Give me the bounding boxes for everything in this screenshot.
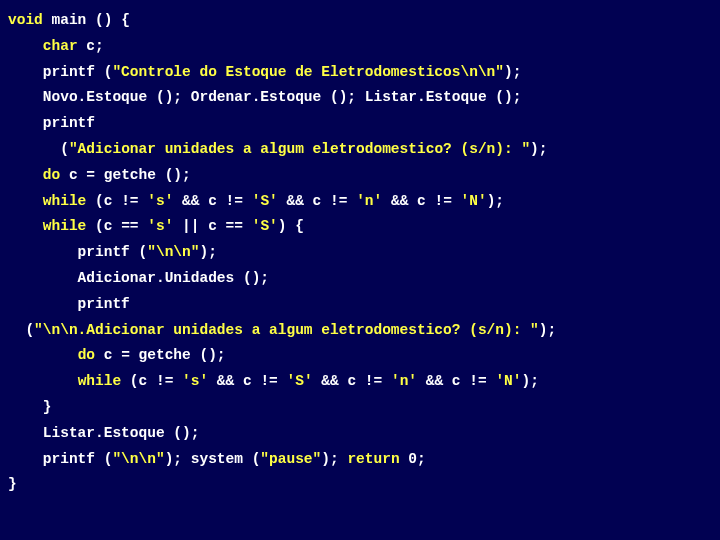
code-text: ) { <box>278 218 304 234</box>
string-literal: "\n\n" <box>147 244 199 260</box>
code-text: ( <box>8 322 34 338</box>
code-text: } <box>8 399 52 415</box>
keyword-while: while <box>43 193 87 209</box>
code-text: 0; <box>400 451 426 467</box>
string-literal: "Adicionar unidades a algum eletrodomest… <box>69 141 530 157</box>
code-text: ); <box>487 193 504 209</box>
char-literal: 's' <box>147 218 173 234</box>
code-text: printf <box>8 115 95 131</box>
code-text: } <box>8 476 17 492</box>
indent <box>8 38 43 54</box>
code-slide: void main () { char c; printf ("Controle… <box>0 0 720 506</box>
code-text: ); <box>539 322 556 338</box>
char-literal: 'S' <box>252 218 278 234</box>
char-literal: 's' <box>182 373 208 389</box>
indent <box>8 167 43 183</box>
keyword-void: void <box>8 12 43 28</box>
char-literal: 'S' <box>252 193 278 209</box>
code-text: ); <box>321 451 347 467</box>
keyword-return: return <box>347 451 399 467</box>
string-literal: "\n\n.Adicionar unidades a algum eletrod… <box>34 322 539 338</box>
code-text: ); <box>504 64 521 80</box>
indent <box>8 193 43 209</box>
string-literal: "Controle do Estoque de Eletrodomesticos… <box>112 64 504 80</box>
keyword-char: char <box>43 38 78 54</box>
code-text: c = getche (); <box>95 347 226 363</box>
code-text: && c != <box>278 193 356 209</box>
code-text: ); <box>521 373 538 389</box>
keyword-while: while <box>43 218 87 234</box>
code-text: ); system ( <box>165 451 261 467</box>
code-text: && c != <box>313 373 391 389</box>
indent <box>8 218 43 234</box>
indent <box>8 347 78 363</box>
keyword-do: do <box>78 347 95 363</box>
code-text: ); <box>199 244 216 260</box>
char-literal: 'S' <box>287 373 313 389</box>
code-text: printf ( <box>8 451 112 467</box>
code-text: ( <box>8 141 69 157</box>
char-literal: 's' <box>147 193 173 209</box>
code-text: printf <box>8 296 130 312</box>
code-text: || c == <box>173 218 251 234</box>
char-literal: 'n' <box>356 193 382 209</box>
code-text: && c != <box>208 373 286 389</box>
string-literal: "\n\n" <box>112 451 164 467</box>
char-literal: 'n' <box>391 373 417 389</box>
keyword-do: do <box>43 167 60 183</box>
code-text: Novo.Estoque (); Ordenar.Estoque (); Lis… <box>8 89 521 105</box>
char-literal: 'N' <box>461 193 487 209</box>
keyword-while: while <box>78 373 122 389</box>
code-text: c = getche (); <box>60 167 191 183</box>
code-text: printf ( <box>8 244 147 260</box>
string-literal: "pause" <box>260 451 321 467</box>
code-text: && c != <box>173 193 251 209</box>
code-text: (c != <box>86 193 147 209</box>
char-literal: 'N' <box>495 373 521 389</box>
code-text: (c != <box>121 373 182 389</box>
code-text: Listar.Estoque (); <box>8 425 199 441</box>
code-text: c; <box>78 38 104 54</box>
indent <box>8 373 78 389</box>
code-text: (c == <box>86 218 147 234</box>
code-text: && c != <box>382 193 460 209</box>
code-text: && c != <box>417 373 495 389</box>
code-text: printf ( <box>8 64 112 80</box>
code-text: ); <box>530 141 547 157</box>
code-text: main () { <box>43 12 130 28</box>
code-text: Adicionar.Unidades (); <box>8 270 269 286</box>
